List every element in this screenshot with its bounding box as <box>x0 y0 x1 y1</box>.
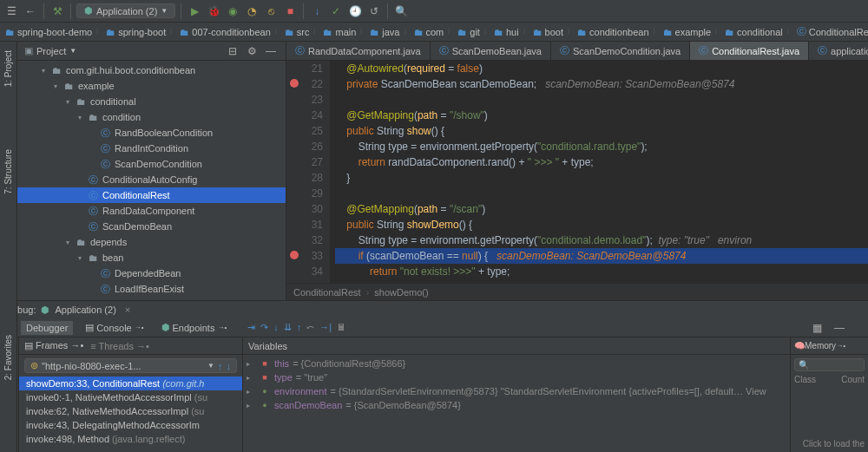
chevron-down-icon[interactable]: ▼ <box>69 47 76 55</box>
editor-tab[interactable]: ⓒConditionalRest.java <box>690 42 809 60</box>
favorites-tool-tab[interactable]: 2: Favorites <box>3 330 13 385</box>
breadcrumb-item[interactable]: 🖿 007-conditionbean <box>180 27 271 37</box>
step-over-icon[interactable]: ↷ <box>260 322 268 333</box>
vcs-revert-icon[interactable]: ↺ <box>366 3 382 19</box>
project-tree[interactable]: ▾🖿com.git.hui.boot.conditionbean▾🖿exampl… <box>17 61 286 300</box>
hide-icon[interactable]: — <box>263 43 279 59</box>
run-icon[interactable]: ▶ <box>187 3 202 19</box>
tree-item[interactable]: ⓒConditionalRest <box>17 187 286 203</box>
memory-search[interactable]: 🔍 <box>794 358 865 371</box>
back-icon[interactable]: ← <box>23 3 38 19</box>
variable-row[interactable]: ▸●scanDemoBean = {ScanDemoBean@5874} <box>247 398 786 412</box>
collapse-icon[interactable]: ⊟ <box>225 43 240 59</box>
tree-item[interactable]: ⓒRandDataComponent <box>17 203 286 219</box>
variable-row[interactable]: ▸■this = {ConditionalRest@5866} <box>247 357 786 370</box>
editor-tab[interactable]: ⓒScanDemoBean.java <box>431 42 551 60</box>
tree-item[interactable]: ▾🖿depends <box>17 234 286 250</box>
prev-frame-icon[interactable]: ↑ <box>218 361 223 371</box>
next-frame-icon[interactable]: ↓ <box>227 361 232 371</box>
tree-item[interactable]: ▾🖿bean <box>17 250 286 265</box>
step-out-icon[interactable]: ↑ <box>297 322 302 333</box>
tree-item[interactable]: ⓒRandBooleanCondition <box>17 125 286 141</box>
tab-console[interactable]: ▤Console→• <box>80 320 148 335</box>
hide-icon[interactable]: — <box>832 320 847 336</box>
force-step-into-icon[interactable]: ⇊ <box>284 322 292 333</box>
coverage-icon[interactable]: ◉ <box>225 3 240 19</box>
frame-row[interactable]: invoke:62, NativeMethodAccessorImpl (su <box>19 404 242 418</box>
tree-item[interactable]: ⓒRandIntCondition <box>17 141 286 156</box>
debug-icon[interactable]: 🐞 <box>206 3 221 19</box>
drop-frame-icon[interactable]: ⤺ <box>306 322 314 333</box>
breadcrumb-item[interactable]: 🖿 boot <box>533 27 563 37</box>
breadcrumb-item[interactable]: 🖿 spring-boot <box>106 27 166 37</box>
project-tool-tab[interactable]: 1: Project <box>3 45 13 92</box>
tree-item[interactable]: ⓒScanDemoCondition <box>17 156 286 172</box>
variables-list[interactable]: ▸■this = {ConditionalRest@5866}▸■type = … <box>243 355 790 452</box>
editor-tab[interactable]: ⓒRandDataComponent.java <box>286 42 431 60</box>
frames-panel: ▤ Frames →• ≡ Threads →• ⊚ "http-nio-808… <box>19 337 243 452</box>
breadcrumb-item[interactable]: 🖿 example <box>663 27 712 37</box>
tree-item[interactable]: ⓒConditionalAutoConfig <box>17 172 286 187</box>
breadcrumb-item[interactable]: 🖿 main <box>323 27 356 37</box>
variable-row[interactable]: ▸●environment = {StandardServletEnvironm… <box>247 384 786 398</box>
breadcrumb-item[interactable]: 🖿 java <box>370 27 399 37</box>
editor-breadcrumb[interactable]: ConditionalRest › showDemo() <box>286 283 868 300</box>
close-icon[interactable]: × <box>125 305 130 315</box>
show-exec-point-icon[interactable]: ⇥ <box>247 322 255 333</box>
breadcrumb-item[interactable]: 🖿 hui <box>494 27 519 37</box>
frame-row[interactable]: invoke0:-1, NativeMethodAccessorImpl (su <box>19 390 242 404</box>
tree-item[interactable]: ⓒLoadIfBeanNotExists <box>17 297 286 300</box>
breadcrumb-item[interactable]: ⓒ ConditionalRest <box>797 25 868 38</box>
hammer-icon[interactable]: ⚒ <box>49 3 65 19</box>
tab-endpoints[interactable]: ⬢Endpoints→• <box>156 320 233 335</box>
tree-item[interactable]: ⓒScanDemoBean <box>17 219 286 234</box>
project-title: Project <box>36 46 66 56</box>
vcs-commit-icon[interactable]: ✓ <box>328 3 344 19</box>
attach-icon[interactable]: ⎋ <box>263 3 279 19</box>
debug-tabs: Debugger ▤Console→• ⬢Endpoints→• ⇥ ↷ ↓ ⇊… <box>0 318 868 337</box>
structure-tool-tab[interactable]: 7: Structure <box>3 144 13 200</box>
step-into-icon[interactable]: ↓ <box>273 322 279 333</box>
gear-icon[interactable]: ⚙ <box>244 43 260 59</box>
editor-gutter[interactable]: 21222324252627282930313233343536373839 <box>286 61 330 283</box>
variable-row[interactable]: ▸■type = "true" <box>247 370 786 384</box>
memory-hint[interactable]: Click to load the <box>791 436 868 452</box>
crumb-method[interactable]: showDemo() <box>374 287 428 298</box>
breadcrumb-item[interactable]: 🖿 src <box>285 27 310 37</box>
thread-dropdown[interactable]: ⊚ "http-nio-8080-exec-1... ▼ ↑ ↓ <box>24 358 237 373</box>
frame-row[interactable]: invoke:498, Method (java.lang.reflect) <box>19 432 242 446</box>
breadcrumb-item[interactable]: 🖿 com <box>414 27 444 37</box>
tab-debugger[interactable]: Debugger <box>21 321 73 335</box>
tree-item[interactable]: ▾🖿com.git.hui.boot.conditionbean <box>17 62 286 78</box>
evaluate-icon[interactable]: 🖩 <box>337 322 346 333</box>
frames-tab[interactable]: ▤ Frames →• <box>24 340 83 351</box>
layout-icon[interactable]: ▦ <box>809 320 825 336</box>
vcs-history-icon[interactable]: 🕘 <box>347 3 363 19</box>
run-to-cursor-icon[interactable]: →| <box>319 322 332 333</box>
breadcrumb-item[interactable]: 🖿 conditional <box>725 27 783 37</box>
console-icon: ▤ <box>85 322 94 333</box>
editor-tab[interactable]: ⓒapplication.pro <box>809 42 868 60</box>
tree-item[interactable]: ▾🖿example <box>17 78 286 94</box>
frame-row[interactable]: showDemo:33, ConditionalRest (com.git.h <box>19 377 242 390</box>
crumb-class[interactable]: ConditionalRest <box>293 287 361 298</box>
breadcrumb-item[interactable]: 🖿 spring-boot-demo <box>5 27 92 37</box>
tree-item[interactable]: ⓒLoadIfBeanExist <box>17 281 286 297</box>
tree-item[interactable]: ▾🖿conditional <box>17 94 286 109</box>
tree-item[interactable]: ▾🖿condition <box>17 109 286 125</box>
frame-row[interactable]: invoke:43, DelegatingMethodAccessorIm <box>19 418 242 432</box>
breadcrumb-item[interactable]: 🖿 git <box>457 27 480 37</box>
editor-tab[interactable]: ⓒScanDemoCondition.java <box>551 42 690 60</box>
threads-tab[interactable]: ≡ Threads →• <box>90 341 149 351</box>
frames-list[interactable]: showDemo:33, ConditionalRest (com.git.hi… <box>19 377 242 452</box>
breadcrumb-item[interactable]: 🖿 conditionbean <box>577 27 649 37</box>
stop-icon[interactable]: ■ <box>282 3 298 19</box>
code-area[interactable]: @Autowired(required = false) private Sca… <box>330 61 868 283</box>
run-config-dropdown[interactable]: ⬢ Application (2) ▼ <box>76 3 175 18</box>
left-gutter: 1: Project 7: Structure <box>0 42 17 300</box>
tree-item[interactable]: ⓒDependedBean <box>17 265 286 281</box>
vcs-update-icon[interactable]: ↓ <box>309 3 325 19</box>
menu-icon[interactable]: ☰ <box>3 3 19 19</box>
search-icon[interactable]: 🔍 <box>393 3 409 19</box>
profile-icon[interactable]: ◔ <box>244 3 260 19</box>
